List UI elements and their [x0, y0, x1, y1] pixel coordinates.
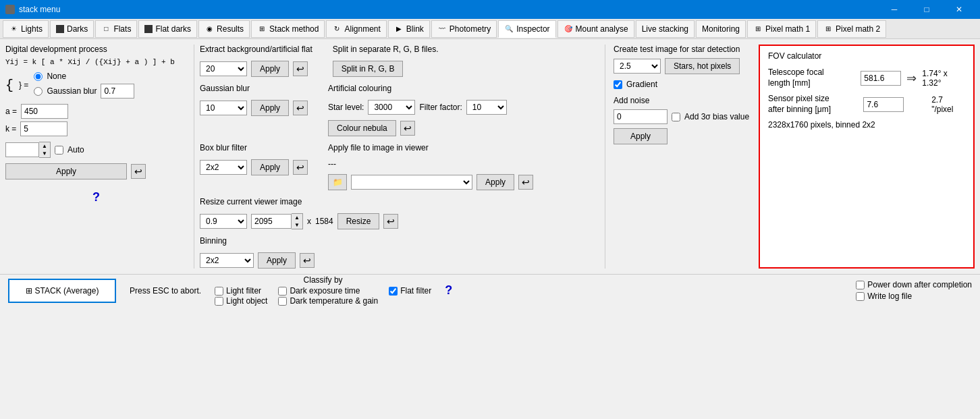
focal-length-input[interactable] [861, 71, 901, 86]
dark-temp-label: Dark temperature & gain [290, 296, 378, 306]
resize-width-input[interactable] [251, 214, 292, 229]
extract-bg-apply-button[interactable]: Apply [251, 61, 289, 77]
gaussian-blur-undo-button[interactable]: ↩ [293, 101, 308, 115]
box-blur-select[interactable]: 2x2 3x3 5x5 [200, 160, 247, 175]
focal-length-label: Telescope focallength [mm] [768, 67, 855, 88]
colour-nebula-button[interactable]: Colour nebula [328, 120, 396, 136]
power-section: Power down after completion Write log fi… [856, 280, 972, 301]
binning-undo-button[interactable]: ↩ [300, 253, 315, 268]
tab-photometry-label: Photometry [450, 24, 491, 34]
tab-pixel-math-2[interactable]: ⊞ Pixel math 2 [817, 20, 886, 38]
a-input[interactable] [21, 104, 68, 119]
write-log-label: Write log file [867, 291, 912, 301]
minimize-button[interactable]: ─ [879, 0, 910, 19]
power-down-checkbox[interactable] [856, 281, 865, 289]
colour-nebula-undo-button[interactable]: ↩ [400, 121, 415, 136]
mount-icon: 🎯 [564, 24, 573, 34]
light-object-checkbox[interactable] [215, 297, 223, 306]
resize-button[interactable]: Resize [337, 213, 380, 229]
radio-gaussian[interactable] [34, 87, 43, 96]
close-button[interactable]: ✕ [944, 0, 975, 19]
tab-mount-analyse[interactable]: 🎯 Mount analyse [557, 20, 634, 38]
tab-lights-label: Lights [21, 24, 43, 34]
tab-pixel-math-1[interactable]: ⊞ Pixel math 1 [747, 20, 816, 38]
tab-flats[interactable]: □ Flats [95, 20, 137, 38]
tab-lights[interactable]: ☀ Lights [3, 20, 49, 38]
folder-icon: 📁 [333, 177, 343, 187]
extract-bg-select[interactable]: 20 10 5 [200, 61, 247, 76]
tab-darks[interactable]: Darks [50, 20, 94, 38]
bottom-help-icon[interactable]: ? [445, 283, 452, 298]
stack-label: STACK (Average) [35, 286, 99, 296]
tab-results[interactable]: ◉ Results [198, 20, 250, 38]
spin-down[interactable]: ▼ [39, 150, 50, 157]
noise-input[interactable] [614, 109, 668, 124]
add-3sigma-label: Add 3σ bias value [684, 112, 749, 121]
tab-live-stacking[interactable]: Live stacking [636, 20, 695, 38]
gaussian-blur-apply-button[interactable]: Apply [251, 100, 289, 116]
digital-dev-undo-button[interactable]: ↩ [131, 164, 146, 179]
digital-dev-apply-button[interactable]: Apply [5, 163, 127, 179]
dev-spin-input[interactable] [5, 142, 39, 157]
auto-checkbox[interactable] [55, 146, 63, 155]
stars-hot-pixels-button[interactable]: Stars, hot pixels [665, 58, 740, 74]
gaussian-blur-section: Gaussian blur 10 5 3 Apply ↩ [200, 84, 308, 116]
stack-button[interactable]: ⊞ STACK (Average) [8, 279, 116, 303]
sensor-pixel-input[interactable] [863, 97, 904, 112]
radio-none[interactable] [34, 72, 43, 81]
light-object-label: Light object [226, 296, 267, 306]
binning-apply-button[interactable]: Apply [258, 252, 296, 269]
split-rgb-section: Split in separate R, G, B files. Split i… [333, 45, 439, 77]
tab-photometry[interactable]: 〰 Photometry [431, 20, 497, 38]
resize-width-up[interactable]: ▲ [292, 214, 302, 221]
fov-result-1: 1.74° x 1.32° [922, 69, 965, 88]
flat-filter-checkbox[interactable] [389, 287, 398, 296]
tab-flat-darks[interactable]: Flat darks [138, 20, 197, 38]
write-log-checkbox[interactable] [856, 292, 865, 301]
box-blur-apply-button[interactable]: Apply [251, 159, 289, 175]
test-image-select[interactable]: 2.5 1.0 3.0 [614, 59, 661, 74]
split-rgb-button[interactable]: Split in R, G, B [333, 61, 404, 77]
apply-file-select[interactable] [351, 175, 472, 190]
test-image-apply-button[interactable]: Apply [614, 128, 668, 144]
apply-file-apply-button[interactable]: Apply [477, 174, 514, 190]
dark-temp-checkbox[interactable] [278, 297, 287, 306]
k-input[interactable] [20, 121, 67, 136]
results-icon: ◉ [205, 24, 214, 34]
focal-length-row: Telescope focallength [mm] ⇒ 1.74° x 1.3… [768, 67, 965, 88]
tab-flats-label: Flats [113, 24, 131, 34]
spin-up[interactable]: ▲ [39, 142, 50, 150]
resize-scale-select[interactable]: 0.9 0.5 1.0 [200, 214, 247, 229]
fov-title: FOV calculator [768, 51, 965, 61]
a-row: a = [5, 104, 187, 119]
k-label: k = [5, 124, 16, 134]
digital-dev-help-icon[interactable]: ? [92, 190, 100, 204]
resize-width-down[interactable]: ▼ [292, 221, 302, 229]
box-blur-undo-button[interactable]: ↩ [293, 160, 308, 175]
binning-select[interactable]: 2x2 3x3 [200, 253, 254, 268]
gaussian-value-input[interactable] [101, 84, 134, 99]
tab-alignment[interactable]: ↻ Alignment [326, 20, 386, 38]
filter-factor-select[interactable]: 10 5 20 [466, 100, 507, 115]
resize-title: Resize current viewer image [200, 197, 398, 206]
tab-monitoring[interactable]: Monitoring [696, 20, 746, 38]
resize-undo-button[interactable]: ↩ [383, 214, 398, 229]
tab-inspector[interactable]: 🔍 Inspector [498, 20, 555, 38]
title-bar: stack menu ─ □ ✕ [0, 0, 980, 19]
pixel-math-2-icon: ⊞ [823, 24, 833, 34]
tab-stack-method[interactable]: ⊞ Stack method [251, 20, 325, 38]
apply-file-section: Apply file to image in viewer --- 📁 Appl… [328, 143, 533, 190]
light-filter-checkbox[interactable] [215, 287, 223, 296]
dark-exposure-checkbox[interactable] [278, 287, 287, 296]
a-label: a = [5, 107, 17, 116]
maximize-button[interactable]: □ [911, 0, 942, 19]
pixel-math-1-icon: ⊞ [753, 24, 763, 34]
apply-file-undo-button[interactable]: ↩ [518, 175, 533, 190]
gradient-checkbox[interactable] [614, 80, 622, 89]
star-level-select[interactable]: 3000 1000 5000 [368, 100, 415, 115]
tab-blink[interactable]: ▶ Blink [388, 20, 430, 38]
apply-file-folder-button[interactable]: 📁 [328, 174, 347, 190]
extract-bg-undo-button[interactable]: ↩ [293, 61, 308, 76]
add-3sigma-checkbox[interactable] [672, 113, 680, 121]
gaussian-blur-select[interactable]: 10 5 3 [200, 101, 247, 115]
